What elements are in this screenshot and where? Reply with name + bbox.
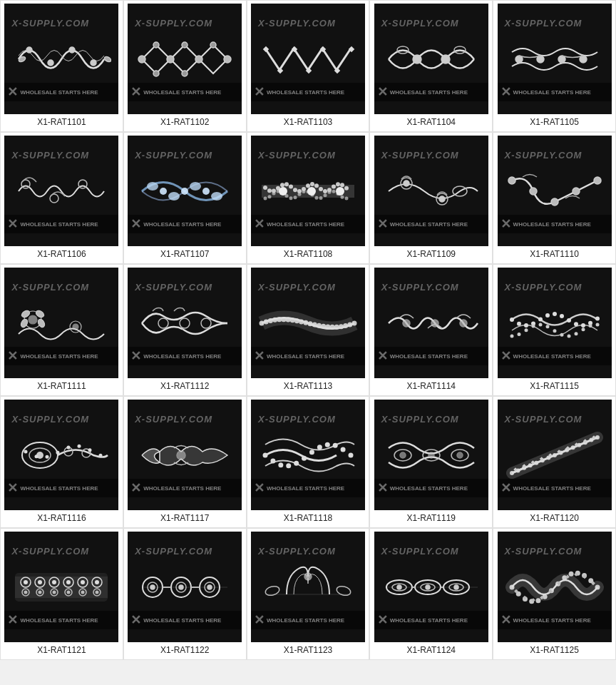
svg-point-66 — [289, 196, 292, 200]
svg-point-108 — [277, 317, 282, 322]
svg-point-84 — [404, 181, 409, 186]
product-item[interactable]: X-SUPPLY.COM ✕ WHOLESALE STARTS HERE X1-… — [0, 0, 123, 132]
product-item[interactable]: X-SUPPLY.COM ✕ WHOLESALE STARTS HERE X1-… — [123, 264, 247, 396]
svg-point-148 — [553, 329, 556, 333]
product-image: X-SUPPLY.COM ✕ WHOLESALE STARTS HERE — [251, 136, 365, 246]
svg-point-239 — [150, 585, 155, 589]
product-item[interactable]: X-SUPPLY.COM ✕ WHOLESALE STARTS HERE X1-… — [123, 132, 247, 264]
svg-point-104 — [259, 320, 264, 325]
svg-point-22 — [413, 55, 421, 64]
product-item[interactable]: X-SUPPLY.COM ✕ WHOLESALE STARTS HERE X1-… — [0, 264, 123, 396]
product-label: X1-RAT1111 — [37, 381, 86, 391]
watermark-x-icon: ✕ — [500, 480, 511, 496]
svg-point-275 — [595, 584, 600, 589]
svg-point-1 — [48, 60, 53, 66]
svg-point-101 — [158, 318, 168, 328]
svg-point-88 — [508, 177, 515, 184]
svg-point-62 — [272, 191, 275, 195]
svg-point-172 — [286, 463, 291, 468]
product-item[interactable]: X-SUPPLY.COM ✕ WHOLESALE STARTS HERE X1-… — [0, 528, 123, 660]
svg-point-117 — [317, 323, 322, 328]
wholesale-text: WHOLESALE STARTS HERE — [513, 485, 591, 492]
svg-point-123 — [343, 323, 348, 328]
svg-point-3 — [91, 60, 96, 66]
svg-point-152 — [581, 328, 585, 331]
svg-point-61 — [267, 195, 271, 198]
svg-point-145 — [531, 324, 535, 328]
product-item[interactable]: X-SUPPLY.COM ✕ WHOLESALE STARTS HERE X1-… — [493, 528, 616, 660]
product-item[interactable]: X-SUPPLY.COM ✕ WHOLESALE STARTS HERE X1-… — [0, 396, 123, 528]
svg-point-147 — [545, 325, 549, 328]
svg-point-79 — [344, 196, 348, 200]
product-item[interactable]: X-SUPPLY.COM ✕ WHOLESALE STARTS HERE X1-… — [369, 396, 493, 528]
svg-point-14 — [210, 42, 216, 48]
svg-point-200 — [589, 437, 593, 442]
svg-point-118 — [321, 323, 326, 328]
watermark-bottom: ✕ WHOLESALE STARTS HERE — [498, 479, 612, 497]
product-item[interactable]: X-SUPPLY.COM ✕ WHOLESALE STARTS HERE X1-… — [0, 132, 123, 264]
product-item[interactable]: X-SUPPLY.COM ✕ WHOLESALE STARTS HERE X1-… — [247, 264, 370, 396]
product-label: X1-RAT1107 — [160, 249, 209, 259]
svg-point-149 — [560, 333, 563, 336]
product-item[interactable]: X-SUPPLY.COM ✕ WHOLESALE STARTS HERE X1-… — [369, 528, 493, 660]
watermark-x-icon: ✕ — [130, 84, 141, 100]
watermark-x-icon: ✕ — [7, 480, 18, 496]
svg-point-9 — [224, 56, 231, 63]
svg-point-68 — [297, 192, 301, 196]
svg-point-73 — [319, 196, 322, 200]
product-item[interactable]: X-SUPPLY.COM ✕ WHOLESALE STARTS HERE X1-… — [247, 132, 370, 264]
wholesale-text: WHOLESALE STARTS HERE — [513, 221, 591, 228]
watermark-x-icon: ✕ — [254, 480, 265, 496]
product-label: X1-RAT1101 — [37, 117, 86, 127]
product-item[interactable]: X-SUPPLY.COM ✕ WHOLESALE STARTS HERE X1-… — [247, 0, 370, 132]
product-item[interactable]: X-SUPPLY.COM ✕ WHOLESALE STARTS HERE X1-… — [123, 396, 247, 528]
watermark-x-icon: ✕ — [500, 612, 511, 628]
svg-point-236 — [96, 590, 99, 594]
watermark-bottom: ✕ WHOLESALE STARTS HERE — [374, 83, 488, 101]
svg-point-113 — [299, 319, 304, 324]
svg-point-76 — [332, 189, 335, 193]
svg-point-10 — [153, 42, 159, 48]
svg-point-8 — [195, 56, 202, 63]
product-item[interactable]: X-SUPPLY.COM ✕ WHOLESALE STARTS HERE X1-… — [369, 0, 493, 132]
watermark-x-icon: ✕ — [7, 612, 18, 628]
product-label: X1-RAT1124 — [407, 645, 456, 655]
product-label: X1-RAT1119 — [407, 513, 456, 523]
product-image: X-SUPPLY.COM ✕ WHOLESALE STARTS HERE — [128, 136, 242, 246]
svg-point-222 — [66, 580, 71, 584]
product-item[interactable]: X-SUPPLY.COM ✕ WHOLESALE STARTS HERE X1-… — [493, 0, 616, 132]
svg-point-40 — [263, 186, 267, 190]
watermark-bottom: ✕ WHOLESALE STARTS HERE — [251, 479, 365, 497]
product-item[interactable]: X-SUPPLY.COM ✕ WHOLESALE STARTS HERE X1-… — [369, 264, 493, 396]
product-item[interactable]: X-SUPPLY.COM ✕ WHOLESALE STARTS HERE X1-… — [369, 132, 493, 264]
svg-point-162 — [46, 455, 49, 458]
product-item[interactable]: X-SUPPLY.COM ✕ WHOLESALE STARTS HERE X1-… — [247, 528, 370, 660]
svg-point-36 — [211, 192, 222, 201]
watermark-bottom: ✕ WHOLESALE STARTS HERE — [251, 347, 365, 365]
svg-point-122 — [339, 324, 344, 329]
watermark-bottom: ✕ WHOLESALE STARTS HERE — [128, 479, 242, 497]
product-item[interactable]: X-SUPPLY.COM ✕ WHOLESALE STARTS HERE X1-… — [247, 396, 370, 528]
svg-point-175 — [309, 450, 314, 455]
wholesale-text: WHOLESALE STARTS HERE — [143, 89, 221, 96]
svg-point-248 — [304, 573, 312, 580]
product-item[interactable]: X-SUPPLY.COM ✕ WHOLESALE STARTS HERE X1-… — [123, 528, 247, 660]
svg-point-33 — [147, 182, 158, 191]
svg-point-110 — [286, 317, 291, 322]
wholesale-text: WHOLESALE STARTS HERE — [20, 353, 98, 360]
svg-point-90 — [551, 198, 558, 206]
watermark-bottom: ✕ WHOLESALE STARTS HERE — [374, 215, 488, 233]
wholesale-text: WHOLESALE STARTS HERE — [267, 89, 344, 96]
product-item[interactable]: X-SUPPLY.COM ✕ WHOLESALE STARTS HERE X1-… — [493, 132, 616, 264]
product-item[interactable]: X-SUPPLY.COM ✕ WHOLESALE STARTS HERE X1-… — [493, 396, 616, 528]
product-item[interactable]: X-SUPPLY.COM ✕ WHOLESALE STARTS HERE X1-… — [493, 264, 616, 396]
product-image: X-SUPPLY.COM ✕ WHOLESALE STARTS HERE — [4, 400, 118, 510]
svg-point-120 — [330, 324, 335, 329]
watermark-x-icon: ✕ — [500, 216, 511, 232]
svg-point-67 — [293, 196, 297, 199]
product-item[interactable]: X-SUPPLY.COM ✕ WHOLESALE STARTS HERE X1-… — [123, 0, 247, 132]
svg-point-267 — [542, 594, 547, 599]
svg-point-59 — [344, 186, 349, 190]
svg-point-111 — [290, 318, 295, 323]
product-image: X-SUPPLY.COM ✕ WHOLESALE STARTS HERE — [374, 400, 488, 510]
